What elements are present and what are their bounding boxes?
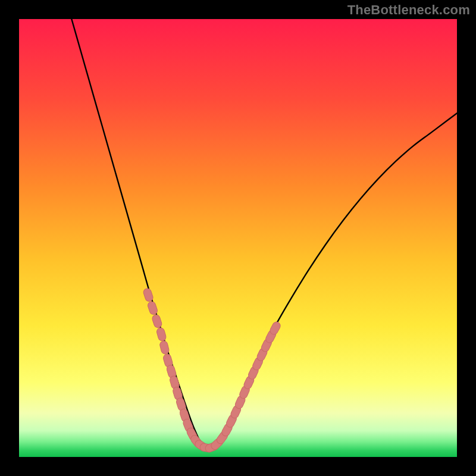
attribution-text: TheBottleneck.com bbox=[347, 2, 470, 18]
gradient-background bbox=[19, 19, 457, 457]
bottleneck-chart bbox=[19, 19, 457, 457]
outer-frame: TheBottleneck.com bbox=[0, 0, 476, 476]
